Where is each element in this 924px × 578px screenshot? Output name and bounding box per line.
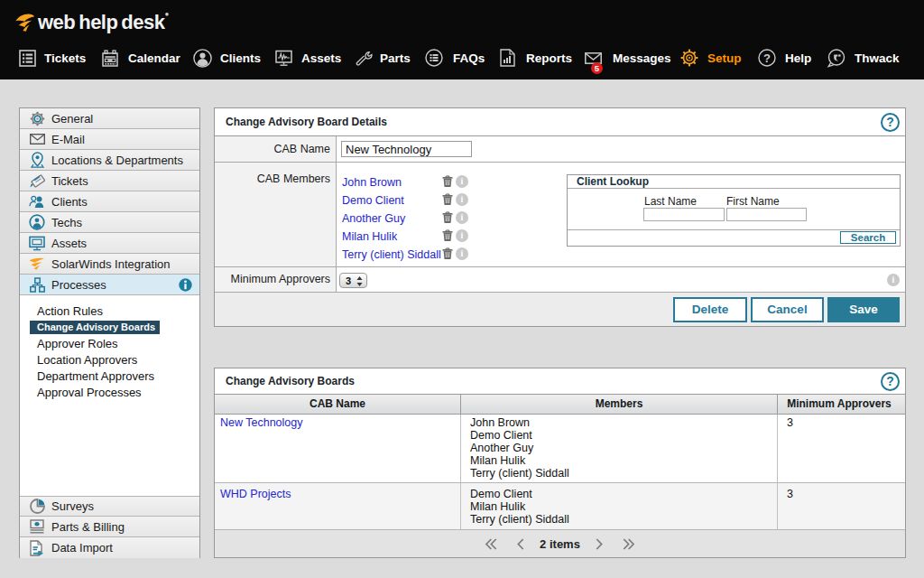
svg-text:?: ? bbox=[763, 51, 771, 65]
